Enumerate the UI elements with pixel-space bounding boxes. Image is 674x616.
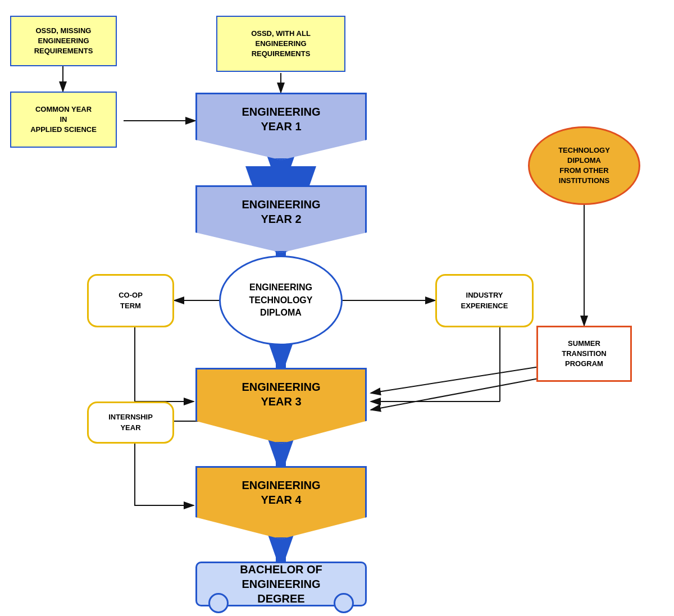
- internship-year-box: INTERNSHIP YEAR: [87, 401, 174, 444]
- tech-diploma-other-box: TECHNOLOGY DIPLOMA FROM OTHER INSTITUTIO…: [528, 126, 640, 205]
- svg-line-16: [371, 365, 550, 393]
- summer-transition-box: SUMMER TRANSITION PROGRAM: [536, 326, 632, 382]
- industry-exp-box: INDUSTRY EXPERIENCE: [435, 274, 534, 327]
- eng-year1-box: ENGINEERING YEAR 1: [195, 93, 367, 160]
- eng-year2-box: ENGINEERING YEAR 2: [195, 185, 367, 253]
- eng-year3-box: ENGINEERING YEAR 3: [195, 368, 367, 444]
- ossd-all-box: OSSD, WITH ALL ENGINEERING REQUIREMENTS: [216, 16, 345, 72]
- eng-tech-diploma-box: ENGINEERING TECHNOLOGY DIPLOMA: [219, 255, 343, 345]
- svg-line-17: [371, 376, 550, 410]
- bachelor-degree-box: BACHELOR OF ENGINEERING DEGREE: [195, 562, 367, 606]
- ossd-missing-box: OSSD, MISSING ENGINEERING REQUIREMENTS: [10, 16, 117, 66]
- flowchart-diagram: OSSD, MISSING ENGINEERING REQUIREMENTS C…: [0, 0, 674, 616]
- coop-term-box: CO-OP TERM: [87, 274, 174, 327]
- eng-year4-box: ENGINEERING YEAR 4: [195, 466, 367, 539]
- common-year-box: COMMON YEAR IN APPLIED SCIENCE: [10, 92, 117, 148]
